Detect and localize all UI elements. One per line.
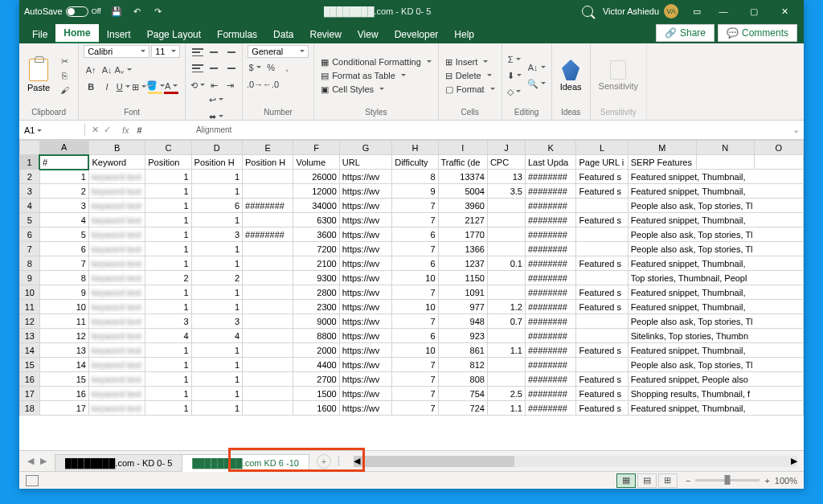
cell-D4[interactable]: 6 (191, 199, 242, 213)
cell-E2[interactable] (243, 170, 293, 184)
format-as-table-button[interactable]: ▤ Format as Table (319, 70, 433, 82)
cell-A6[interactable]: 5 (39, 227, 88, 242)
cell-L2[interactable]: Featured s (576, 170, 628, 184)
cell-B8[interactable]: keyword text (88, 256, 145, 271)
row-header-16[interactable]: 16 (20, 372, 40, 387)
ribbon-options-icon[interactable]: ▭ (685, 6, 709, 17)
cell-C11[interactable]: 1 (145, 300, 191, 314)
font-more-icon[interactable]: Aᵥ (116, 63, 130, 77)
cell-C12[interactable]: 3 (145, 314, 191, 329)
cell-A11[interactable]: 10 (39, 300, 88, 314)
cell-H13[interactable]: 6 (392, 329, 438, 343)
cell-L12[interactable] (576, 314, 628, 329)
cell-C15[interactable]: 1 (145, 358, 191, 372)
cell-M14[interactable]: Featured snippet, Thumbnail, (628, 343, 803, 358)
cell-B12[interactable]: keyword text (88, 314, 145, 329)
cell-K11[interactable]: ######## (525, 300, 575, 314)
fill-color-icon[interactable]: 🪣 (148, 80, 162, 94)
column-header-A[interactable]: A (39, 141, 88, 155)
cell-K2[interactable]: ######## (525, 170, 575, 184)
insert-cells-button[interactable]: ⊞ Insert (444, 56, 497, 68)
clear-icon[interactable]: ◇ (507, 84, 522, 99)
cell-J7[interactable] (487, 242, 525, 256)
cell-G17[interactable]: https://wv (339, 387, 391, 401)
cell-K3[interactable]: ######## (525, 184, 575, 199)
align-left-icon[interactable] (190, 61, 205, 76)
comments-button[interactable]: 💬 Comments (718, 24, 797, 42)
cell-G14[interactable]: https://wv (339, 343, 391, 358)
conditional-formatting-button[interactable]: ▦ Conditional Formatting (319, 56, 433, 68)
cell-J10[interactable] (487, 285, 525, 300)
cell-I7[interactable]: 1366 (438, 242, 487, 256)
increase-indent-icon[interactable]: ⇥ (223, 78, 237, 92)
cell-B7[interactable]: keyword text (88, 242, 145, 256)
cell-G8[interactable]: https://wv (339, 256, 391, 271)
align-right-icon[interactable] (223, 61, 237, 76)
cell-E3[interactable] (243, 184, 293, 199)
cell-G6[interactable]: https://wv (339, 227, 391, 242)
column-header-G[interactable]: G (339, 141, 391, 155)
format-cells-button[interactable]: ▢ Format (444, 84, 497, 96)
cell-E1[interactable]: Position H (243, 155, 293, 170)
cell-A1[interactable]: # (39, 155, 88, 170)
row-header-10[interactable]: 10 (20, 285, 40, 300)
cell-I11[interactable]: 977 (438, 300, 487, 314)
cell-G18[interactable]: https://wv (339, 401, 391, 416)
align-center-icon[interactable] (207, 61, 221, 76)
cell-B14[interactable]: keyword text (88, 343, 145, 358)
cell-K16[interactable]: ######## (525, 372, 575, 387)
tab-data[interactable]: Data (265, 26, 301, 43)
cell-D5[interactable]: 1 (191, 213, 242, 227)
name-box[interactable]: A1 (19, 124, 85, 137)
cell-J5[interactable] (487, 213, 525, 227)
cell-I15[interactable]: 812 (438, 358, 487, 372)
cell-G10[interactable]: https://wv (339, 285, 391, 300)
row-header-6[interactable]: 6 (20, 227, 40, 242)
cut-icon[interactable]: ✂ (57, 55, 72, 67)
cell-K13[interactable]: ######## (525, 329, 575, 343)
cell-A10[interactable]: 9 (39, 285, 88, 300)
cell-I13[interactable]: 923 (438, 329, 487, 343)
find-select-icon[interactable]: 🔍 (527, 76, 547, 91)
cell-K15[interactable]: ######## (525, 358, 575, 372)
tab-formulas[interactable]: Formulas (209, 26, 265, 43)
cell-K14[interactable]: ######## (525, 343, 575, 358)
cell-B9[interactable]: keyword text (88, 271, 145, 285)
cell-C13[interactable]: 4 (145, 329, 191, 343)
column-header-L[interactable]: L (576, 141, 628, 155)
cell-C9[interactable]: 2 (145, 271, 191, 285)
column-header-F[interactable]: F (293, 141, 339, 155)
cell-M8[interactable]: Featured snippet, Thumbnail, (628, 256, 803, 271)
cell-M5[interactable]: Featured snippet, Thumbnail, (628, 213, 803, 227)
select-all-corner[interactable] (20, 141, 40, 155)
cell-styles-button[interactable]: ▣ Cell Styles (319, 84, 433, 96)
cell-A16[interactable]: 15 (39, 372, 88, 387)
copy-icon[interactable]: ⎘ (57, 70, 72, 81)
align-middle-icon[interactable] (207, 45, 221, 59)
row-header-3[interactable]: 3 (20, 184, 40, 199)
cell-L17[interactable]: Featured s (576, 387, 628, 401)
cell-E14[interactable] (243, 343, 293, 358)
sort-filter-icon[interactable]: A↓ (527, 60, 547, 75)
tab-file[interactable]: File (24, 26, 55, 43)
cell-F16[interactable]: 2700 (293, 372, 339, 387)
cell-H10[interactable]: 7 (392, 285, 438, 300)
font-name-combo[interactable]: Calibri (84, 45, 149, 58)
cell-B3[interactable]: keyword text (88, 184, 145, 199)
cell-H4[interactable]: 7 (392, 199, 438, 213)
cell-J4[interactable] (487, 199, 525, 213)
cell-H3[interactable]: 9 (392, 184, 438, 199)
cell-I16[interactable]: 808 (438, 372, 487, 387)
cell-M6[interactable]: People also ask, Top stories, Tl (628, 227, 803, 242)
sensitivity-button[interactable]: Sensitivity (596, 59, 642, 92)
row-header-15[interactable]: 15 (20, 358, 40, 372)
column-header-C[interactable]: C (145, 141, 191, 155)
cell-F10[interactable]: 2800 (293, 285, 339, 300)
cell-B18[interactable]: keyword text (88, 401, 145, 416)
cell-D11[interactable]: 1 (191, 300, 242, 314)
cell-I4[interactable]: 3960 (438, 199, 487, 213)
cell-C10[interactable]: 1 (145, 285, 191, 300)
cell-A12[interactable]: 11 (39, 314, 88, 329)
cell-K4[interactable]: ######## (525, 199, 575, 213)
row-header-18[interactable]: 18 (20, 401, 40, 416)
